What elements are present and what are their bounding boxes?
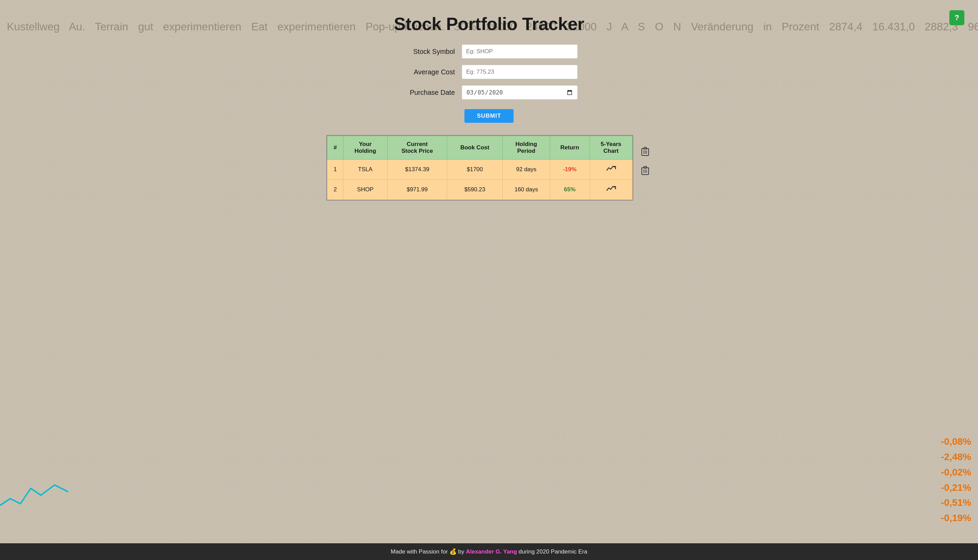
average-cost-row: Average Cost	[400, 65, 578, 79]
delete-row-2-button[interactable]	[639, 161, 651, 180]
footer-author: Alexander G. Yang	[466, 548, 517, 555]
cell-book-cost-2: $590.23	[447, 180, 503, 200]
footer: Made with Passion for 💰 by Alexander G. …	[0, 543, 978, 560]
stock-symbol-label: Stock Symbol	[400, 48, 455, 56]
cell-chart-1[interactable]	[590, 160, 632, 180]
help-button-label: ?	[955, 13, 959, 22]
cell-chart-2[interactable]	[590, 180, 632, 200]
trash-icon-2	[641, 166, 649, 175]
delete-row-1-button[interactable]	[639, 142, 651, 161]
table-row: 2 SHOP $971.99 $590.23 160 days 65%	[327, 180, 633, 200]
cell-current-price-1: $1374.39	[387, 160, 447, 180]
page-title: Stock Portfolio Tracker	[394, 13, 584, 34]
purchase-date-input[interactable]	[462, 85, 578, 100]
portfolio-table-container: # YourHolding CurrentStock Price Book Co…	[327, 123, 651, 200]
purchase-date-row: Purchase Date	[400, 85, 578, 100]
footer-text-before: Made with Passion for 💰 by	[391, 548, 466, 555]
cell-current-price-2: $971.99	[387, 180, 447, 200]
delete-buttons-container	[639, 142, 651, 180]
average-cost-input[interactable]	[462, 65, 578, 79]
cell-return-2: 65%	[550, 180, 590, 200]
submit-label: SUBMIT	[477, 113, 501, 119]
cell-holding-period-1: 92 days	[503, 160, 550, 180]
purchase-date-label: Purchase Date	[400, 89, 455, 97]
average-cost-label: Average Cost	[400, 68, 455, 76]
cell-holding-period-2: 160 days	[503, 180, 550, 200]
stock-symbol-input[interactable]	[462, 44, 578, 59]
col-chart: 5-YearsChart	[590, 136, 632, 160]
help-button[interactable]: ?	[950, 10, 965, 25]
col-current-price: CurrentStock Price	[387, 136, 447, 160]
cell-book-cost-1: $1700	[447, 160, 503, 180]
stock-symbol-row: Stock Symbol	[400, 44, 578, 59]
portfolio-table-wrapper: # YourHolding CurrentStock Price Book Co…	[327, 135, 633, 200]
cell-index-1: 1	[327, 160, 343, 180]
col-holding-period: HoldingPeriod	[503, 136, 550, 160]
cell-index-2: 2	[327, 180, 343, 200]
trash-icon-1	[641, 147, 649, 156]
col-index: #	[327, 136, 343, 160]
col-holding: YourHolding	[343, 136, 387, 160]
chart-icon-2[interactable]	[606, 186, 616, 194]
col-book-cost: Book Cost	[447, 136, 503, 160]
footer-text-after: during 2020 Pandemic Era	[517, 548, 587, 555]
submit-button[interactable]: SUBMIT	[465, 109, 513, 123]
cell-holding-2: SHOP	[343, 180, 387, 200]
cell-return-1: -19%	[550, 160, 590, 180]
col-return: Return	[550, 136, 590, 160]
chart-icon-1[interactable]	[606, 166, 616, 174]
table-header-row: # YourHolding CurrentStock Price Book Co…	[327, 136, 633, 160]
portfolio-table: # YourHolding CurrentStock Price Book Co…	[327, 136, 633, 200]
table-row: 1 TSLA $1374.39 $1700 92 days -19%	[327, 160, 633, 180]
stock-form: Stock Symbol Average Cost Purchase Date …	[400, 44, 578, 123]
cell-holding-1: TSLA	[343, 160, 387, 180]
